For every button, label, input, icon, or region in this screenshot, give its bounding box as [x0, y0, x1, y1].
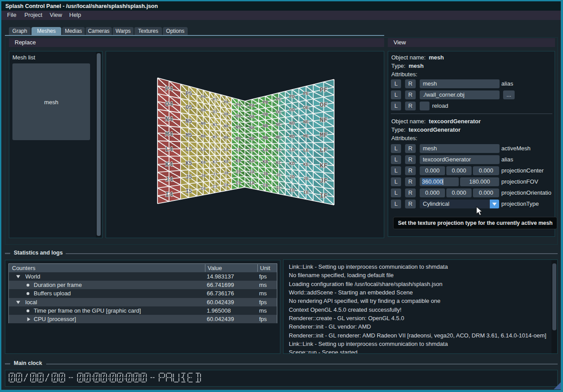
- svg-text:N9: N9: [236, 125, 241, 130]
- svg-text:LC: LC: [276, 148, 281, 153]
- svg-text:KF: KF: [319, 162, 327, 170]
- svg-text:O9: O9: [236, 114, 241, 119]
- svg-text:O4: O4: [165, 101, 173, 108]
- svg-text:LF: LF: [319, 147, 327, 154]
- svg-text:P8: P8: [224, 100, 228, 105]
- svg-text:OB: OB: [263, 112, 268, 117]
- svg-text:K5: K5: [185, 161, 192, 167]
- svg-text:I8: I8: [224, 183, 228, 188]
- svg-text:JA: JA: [249, 169, 255, 175]
- svg-text:I5: I5: [185, 188, 192, 195]
- svg-text:J6: J6: [201, 173, 206, 178]
- svg-text:NA: NA: [249, 125, 255, 130]
- svg-text:O5: O5: [185, 105, 192, 111]
- svg-text:O6: O6: [201, 108, 206, 113]
- svg-text:NC: NC: [276, 122, 281, 127]
- svg-text:OF: OF: [319, 102, 327, 109]
- svg-text:N5: N5: [185, 118, 192, 125]
- svg-text:JD: JD: [289, 174, 295, 180]
- svg-text:JE: JE: [303, 176, 309, 181]
- svg-text:P5: P5: [185, 91, 192, 97]
- svg-text:L8: L8: [224, 148, 228, 152]
- svg-text:ND: ND: [289, 121, 295, 126]
- svg-text:LE: LE: [303, 148, 309, 153]
- svg-text:M6: M6: [201, 134, 206, 139]
- svg-text:N6: N6: [201, 121, 206, 126]
- svg-text:K9: K9: [236, 159, 241, 164]
- svg-text:P7: P7: [213, 98, 217, 102]
- svg-text:P9: P9: [236, 103, 241, 108]
- svg-text:IA: IA: [249, 180, 255, 186]
- svg-text:OA: OA: [249, 114, 255, 119]
- svg-text:J4: J4: [165, 176, 173, 184]
- svg-text:NF: NF: [319, 117, 327, 124]
- svg-text:PB: PB: [263, 100, 268, 105]
- svg-text:J7: J7: [213, 172, 217, 177]
- svg-text:L5: L5: [185, 146, 192, 153]
- svg-text:L6: L6: [201, 147, 206, 152]
- svg-text:OC: OC: [276, 110, 281, 115]
- svg-text:LB: LB: [263, 148, 268, 153]
- svg-text:PE: PE: [303, 91, 309, 96]
- svg-text:I7: I7: [213, 185, 217, 189]
- svg-text:K7: K7: [213, 160, 217, 165]
- svg-text:K4: K4: [165, 161, 173, 169]
- svg-text:M9: M9: [236, 137, 241, 141]
- svg-text:IC: IC: [276, 186, 281, 191]
- svg-text:ID: ID: [289, 188, 295, 193]
- svg-text:LD: LD: [289, 147, 295, 153]
- svg-text:MF: MF: [319, 132, 327, 139]
- svg-text:ME: ME: [303, 133, 309, 139]
- svg-text:K8: K8: [224, 160, 228, 164]
- svg-text:M4: M4: [165, 131, 173, 138]
- svg-text:O8: O8: [224, 112, 228, 117]
- svg-text:I6: I6: [201, 186, 206, 191]
- svg-text:JB: JB: [263, 172, 268, 176]
- svg-text:N7: N7: [213, 123, 217, 127]
- svg-text:MD: MD: [289, 134, 295, 139]
- svg-text:IF: IF: [319, 192, 327, 200]
- svg-text:PD: PD: [289, 94, 295, 99]
- svg-text:MA: MA: [249, 136, 255, 141]
- svg-text:MC: MC: [276, 135, 281, 140]
- svg-text:I4: I4: [165, 191, 173, 199]
- svg-text:OE: OE: [303, 105, 309, 110]
- svg-text:KC: KC: [276, 161, 281, 165]
- svg-text:M8: M8: [224, 136, 228, 140]
- svg-text:J8: J8: [224, 171, 228, 176]
- svg-text:IB: IB: [263, 183, 268, 188]
- svg-text:O7: O7: [213, 110, 217, 114]
- svg-text:N4: N4: [165, 116, 173, 123]
- svg-text:L7: L7: [213, 148, 217, 152]
- svg-text:LA: LA: [249, 147, 255, 153]
- svg-text:L9: L9: [236, 148, 241, 153]
- svg-text:KE: KE: [303, 162, 309, 167]
- svg-text:P6: P6: [201, 94, 206, 99]
- svg-text:N8: N8: [224, 124, 228, 129]
- svg-text:OD: OD: [289, 107, 295, 113]
- svg-text:P4: P4: [165, 86, 173, 93]
- svg-text:PC: PC: [276, 97, 281, 102]
- svg-text:PA: PA: [249, 103, 255, 108]
- svg-text:MB: MB: [263, 136, 268, 141]
- svg-text:NE: NE: [303, 119, 309, 125]
- svg-text:NB: NB: [263, 124, 268, 129]
- svg-text:IE: IE: [303, 190, 309, 195]
- svg-text:KA: KA: [249, 158, 255, 164]
- svg-text:KD: KD: [289, 161, 295, 166]
- svg-text:M7: M7: [213, 135, 217, 140]
- svg-text:JC: JC: [276, 173, 281, 178]
- svg-text:J9: J9: [236, 170, 241, 175]
- svg-text:I9: I9: [236, 181, 241, 186]
- svg-text:K6: K6: [201, 160, 206, 165]
- svg-text:PF: PF: [319, 86, 327, 94]
- svg-text:JF: JF: [319, 177, 327, 185]
- svg-text:J5: J5: [185, 174, 192, 180]
- svg-text:M5: M5: [185, 133, 192, 139]
- svg-text:L4: L4: [165, 146, 173, 153]
- svg-text:KB: KB: [263, 160, 268, 165]
